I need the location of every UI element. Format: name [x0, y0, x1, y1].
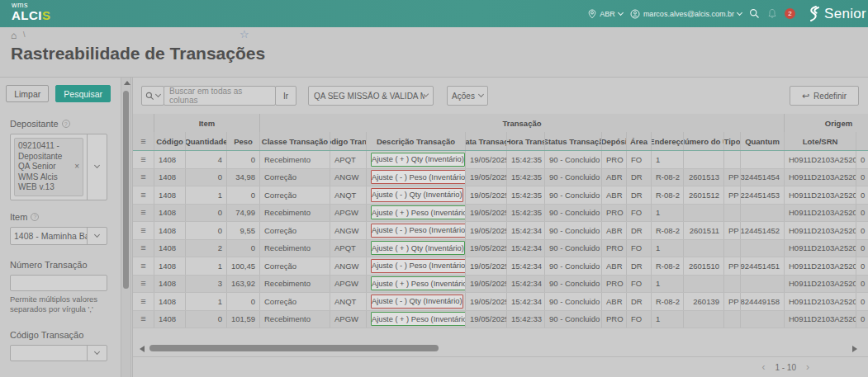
bell-icon[interactable]: [767, 8, 777, 19]
column-header-serie[interactable]: S: [856, 132, 868, 150]
column-header-lote[interactable]: Lote/SRN: [785, 132, 856, 150]
table-row[interactable]: ≡1408074,99RecebimentoAPGWAjuste ( + ) P…: [133, 205, 868, 223]
cell-deposito: ABR: [602, 257, 627, 275]
cell-quantidade: 0: [186, 222, 227, 239]
table-row[interactable]: ≡140810CorreçãoANQTAjuste ( - ) Qty (Inv…: [133, 293, 868, 311]
table-row[interactable]: ≡140809,55CorreçãoANGWAjuste ( - ) Peso …: [133, 222, 868, 240]
column-header-quantum[interactable]: Quantum: [741, 132, 785, 150]
depositante-tag-label: 09210411 - Depositante QA Senior WMS Alc…: [18, 141, 72, 193]
row-menu-icon[interactable]: ≡: [140, 314, 145, 323]
column-header-endereco[interactable]: Endereço: [652, 132, 684, 150]
column-header-quantidade[interactable]: Quantidade: [186, 132, 227, 150]
go-button[interactable]: Ir: [275, 86, 296, 106]
table-row[interactable]: ≡140810CorreçãoANQTAjuste ( - ) Qty (Inv…: [133, 186, 868, 205]
cell-numero_ud: 2601511: [684, 222, 724, 239]
cell-endereco: 1: [652, 240, 684, 257]
row-menu-icon[interactable]: ≡: [140, 226, 145, 235]
column-header-area[interactable]: Área: [627, 132, 652, 150]
column-header-tipo[interactable]: Tipo: [724, 132, 741, 150]
cell-data: 19/05/2025: [466, 186, 507, 204]
column-header-data[interactable]: Data Transaçã: [466, 132, 507, 150]
wms-alcis-logo[interactable]: wms ALCIS: [12, 2, 51, 22]
row-menu-icon[interactable]: ≡: [140, 172, 145, 181]
cell-endereco: R-08-2: [652, 169, 684, 186]
row-menu-icon[interactable]: ≡: [140, 262, 145, 271]
item-label: Item ?: [10, 212, 121, 222]
column-header-peso[interactable]: Peso: [227, 132, 260, 150]
cell-endereco: 1: [652, 276, 684, 293]
cell-data: 19/05/2025: [466, 257, 507, 275]
scrollbar-thumb[interactable]: [123, 91, 129, 289]
cell-descricao: Ajuste ( - ) Peso (Inventário): [367, 169, 466, 186]
notification-badge[interactable]: 2: [785, 8, 795, 19]
search-icon[interactable]: [749, 8, 760, 19]
table-row[interactable]: ≡14080101,59RecebimentoAPGWAjuste ( + ) …: [133, 311, 868, 329]
cell-hora: 15:42:34: [507, 293, 545, 310]
column-header-deposito[interactable]: Depósi: [602, 132, 627, 150]
user-menu[interactable]: marcos.alves@alcis.com.br: [630, 9, 742, 19]
cell-quantum: [741, 151, 785, 168]
view-select[interactable]: QA SEG MISSÃO & VALIDA MISSÃO: [308, 86, 434, 106]
column-header-codigo_transacao[interactable]: Código Transa: [330, 132, 367, 150]
cell-area: FO: [627, 205, 652, 222]
next-page-icon[interactable]: ›: [806, 361, 809, 373]
chevron-down-icon: [94, 349, 100, 355]
row-menu-icon[interactable]: ≡: [140, 191, 145, 200]
cell-menu: ≡: [133, 276, 154, 293]
horizontal-scrollbar[interactable]: [133, 343, 868, 355]
codigo-transacao-value: [11, 346, 87, 361]
cell-data: 19/05/2025: [466, 169, 507, 186]
column-header-status[interactable]: Status Transaçã: [545, 132, 602, 150]
table-row[interactable]: ≡1408034,98CorreçãoANGWAjuste ( - ) Peso…: [133, 169, 868, 187]
row-menu-icon[interactable]: ≡: [140, 279, 145, 288]
column-search-menu[interactable]: [141, 86, 164, 106]
cell-serie: 0: [856, 205, 868, 222]
item-select[interactable]: 1408 - Maminha Bass: [10, 227, 107, 245]
cell-codigo: 1408: [154, 293, 186, 310]
clear-button[interactable]: Limpar: [6, 85, 49, 102]
group-header-Item: Item: [154, 114, 260, 132]
table-row[interactable]: ≡140820RecebimentoAPQTAjuste ( + ) Qty (…: [133, 240, 868, 258]
numero-transacao-input[interactable]: [10, 275, 107, 291]
grid-search-input[interactable]: Buscar em todas as colunas: [164, 86, 276, 106]
cell-codigo: 1408: [154, 240, 186, 257]
column-header-numero_ud[interactable]: Número do U: [684, 132, 724, 150]
location-menu[interactable]: ABR: [588, 9, 623, 19]
cell-serie: 0: [856, 151, 868, 168]
table-row[interactable]: ≡14081100,45CorreçãoANGWAjuste ( - ) Pes…: [133, 257, 868, 276]
cell-hora: 15:42:33: [507, 311, 545, 328]
reset-button[interactable]: ↩ Redefinir: [790, 86, 859, 106]
table-row[interactable]: ≡14083163,92RecebimentoAPGWAjuste ( + ) …: [133, 276, 868, 294]
prev-page-icon[interactable]: ‹: [761, 361, 765, 373]
cell-quantidade: 3: [186, 276, 227, 293]
actions-button[interactable]: Ações: [447, 86, 488, 106]
scroll-right-arrow[interactable]: [852, 346, 857, 352]
transactions-grid: ItemTransaçãoOrigem ≡CódigoQuantidadePes…: [133, 114, 868, 328]
cell-quantum: 324451454: [741, 169, 785, 186]
cell-lote: H0911D2103A2520: [785, 222, 856, 239]
sidebar-scrollbar[interactable]: [121, 78, 131, 377]
row-menu-icon[interactable]: ≡: [140, 155, 145, 164]
scroll-up-arrow[interactable]: [124, 81, 130, 85]
search-button[interactable]: Pesquisar: [55, 85, 111, 102]
column-header-descricao[interactable]: Descrição Transação: [367, 132, 466, 150]
codigo-transacao-select[interactable]: [10, 345, 107, 361]
depositante-select[interactable]: 09210411 - Depositante QA Senior WMS Alc…: [10, 134, 107, 200]
cell-peso: 74,99: [227, 205, 260, 222]
column-header-codigo[interactable]: Código: [154, 132, 186, 150]
help-icon: ?: [62, 120, 70, 128]
row-menu-icon[interactable]: ≡: [140, 243, 145, 252]
column-header-menu[interactable]: ≡: [133, 132, 154, 150]
scroll-left-arrow[interactable]: [140, 346, 145, 352]
table-row[interactable]: ≡140840RecebimentoAPQTAjuste ( + ) Qty (…: [133, 151, 868, 169]
home-icon[interactable]: ⌂: [11, 30, 17, 41]
cell-peso: 9,55: [227, 222, 260, 239]
row-menu-icon[interactable]: ≡: [140, 297, 145, 306]
column-header-hora[interactable]: Hora Trans: [507, 132, 545, 150]
cell-descricao: Ajuste ( + ) Qty (Inventário): [367, 151, 466, 168]
remove-tag-icon[interactable]: ×: [74, 162, 79, 172]
row-menu-icon[interactable]: ≡: [140, 208, 145, 217]
scrollbar-thumb[interactable]: [149, 345, 439, 351]
favorite-star-icon[interactable]: ☆: [240, 28, 249, 40]
column-header-classe[interactable]: Classe Transação: [260, 132, 330, 150]
